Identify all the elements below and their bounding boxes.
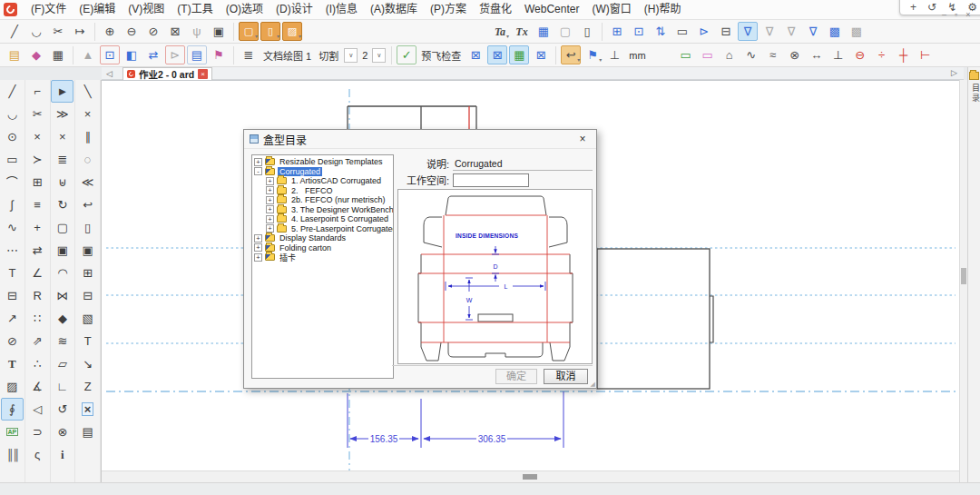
tree-laserpoint5-row[interactable]: + 4. Laserpoint 5 Corrugated (252, 214, 393, 224)
ap-label-tool-button[interactable]: AP (1, 421, 24, 443)
view-3d-button[interactable]: ◧ (122, 45, 142, 64)
menu-edit-menu-item[interactable]: (E)编辑 (73, 0, 122, 19)
rebuild-partial-button[interactable]: ▨ (282, 22, 302, 41)
erase-x-tool-button[interactable]: × (76, 103, 99, 125)
tree-display-standards-expander[interactable]: + (254, 234, 262, 243)
fill-outline-button[interactable]: ∇ (781, 22, 801, 41)
cone-3d-button[interactable]: ▲ (78, 45, 98, 64)
line-button[interactable]: ╱ (5, 22, 24, 41)
attach-tool-button[interactable]: ∮ (1, 398, 24, 421)
scale-up-combo[interactable]: ∨ (372, 48, 386, 63)
catalog-tree[interactable]: + Resizable Design Templates - Corrugate… (251, 154, 394, 379)
tree-resizable-row[interactable]: + Resizable Design Templates (252, 157, 393, 167)
menu-webcenter-menu-item[interactable]: WebCenter (518, 0, 585, 19)
info-tool-button[interactable]: i (51, 443, 74, 466)
cut-tool-button[interactable]: ✂ (26, 103, 49, 125)
menu-file-menu-item[interactable]: (F)文件 (24, 0, 73, 19)
view-3d-sync-button[interactable]: ⊠ (487, 45, 507, 64)
tree-pre-laserpoint-row[interactable]: + 5. Pre-Laserpoint Corrugated (252, 224, 393, 234)
crosshair-icon[interactable]: + (910, 1, 916, 14)
zoom-in-button[interactable]: ⊕ (100, 22, 120, 41)
tree-designer-workbench-expander[interactable]: + (266, 205, 274, 213)
dialog-resize-grip[interactable]: ◢ (591, 381, 595, 388)
tree-fefco-expander[interactable]: + (266, 186, 274, 194)
layout-flags-button[interactable]: ⚑ (209, 45, 229, 64)
counter-anvil-button[interactable]: ⊥ (604, 45, 624, 64)
die-pink-button[interactable]: ▭ (698, 45, 718, 64)
tree-fefco-metric-expander[interactable]: + (266, 196, 274, 204)
menu-tools-menu-item[interactable]: (T)工具 (171, 0, 219, 19)
dim-cross-button[interactable]: ┼ (894, 45, 914, 64)
layers-tool-button[interactable]: ≣ (51, 148, 74, 171)
delete-tool-button[interactable]: × (51, 125, 74, 148)
view-mode-button[interactable]: ▣ (209, 22, 229, 41)
tree-fefco-row[interactable]: + 2. FEFCO (252, 186, 393, 196)
menu-help-menu-item[interactable]: (H)帮助 (638, 0, 688, 19)
save-button[interactable]: ▦ (48, 45, 68, 64)
group-button[interactable]: ▩ (825, 22, 845, 41)
slope-tool-button[interactable]: ∡ (26, 375, 49, 398)
solid-tool-button[interactable]: ◆ (51, 307, 74, 330)
flag-tool-button[interactable]: ⚑ (583, 45, 603, 64)
panels-grid-tool-button[interactable]: ⊞ (76, 262, 99, 284)
bridge-curve-alt-button[interactable]: ≈ (763, 45, 783, 64)
tree-designer-workbench-row[interactable]: + 3. The Designer WorkBench (252, 205, 393, 215)
text-3d-tool-button[interactable]: T (76, 330, 99, 352)
tree-pre-laserpoint-expander[interactable]: + (266, 224, 274, 233)
vertical-scrollbar[interactable] (959, 80, 967, 482)
line-tool-button[interactable]: ╱ (1, 80, 24, 103)
arc-delete-tool-button[interactable]: ⊗ (51, 421, 74, 443)
tree-corrugated-expander[interactable]: - (254, 167, 262, 175)
arrowhead-tool-button[interactable]: ≻ (26, 148, 49, 171)
dialog-close-button[interactable]: × (574, 133, 591, 145)
counter-split-button[interactable]: ⊥ (828, 45, 848, 64)
stretch-tool-button[interactable]: ⇗ (26, 330, 49, 352)
zigzag-tool-button[interactable]: Z (76, 375, 99, 398)
circle-tool-button[interactable]: ⊙ (1, 125, 24, 148)
die-green-button[interactable]: ▭ (676, 45, 696, 64)
menu-plan-menu-item[interactable]: (P)方案 (424, 0, 473, 19)
panels-split-tool-button[interactable]: ⊟ (76, 284, 99, 307)
offset-tool-button[interactable]: ∫ (1, 193, 24, 216)
ray-tool-button[interactable]: ≪ (76, 171, 99, 193)
pan-button[interactable]: ψ (187, 22, 207, 41)
counter-delete-button[interactable]: ⊗ (785, 45, 805, 64)
fill-panel-button[interactable]: ∇ (738, 22, 758, 41)
menu-info-menu-item[interactable]: (I)信息 (319, 0, 364, 19)
rebuild-design-button[interactable]: ▢ (239, 22, 259, 41)
restore-window-button[interactable]: ▫ (955, 11, 957, 19)
fill-color-button[interactable]: ∇ (803, 22, 823, 41)
view-split-button[interactable]: ⊟ (716, 22, 736, 41)
paragraph-tool-button[interactable]: ⊟ (1, 284, 24, 307)
blue-line-tool-button[interactable]: ╲ (76, 80, 99, 103)
close-tab-button[interactable]: × (198, 69, 208, 79)
chain-tool-button[interactable]: ς (26, 443, 49, 466)
tree-artioscad-expander[interactable]: + (266, 177, 274, 185)
tree-insert-card-expander[interactable]: + (254, 253, 262, 262)
bridge-tool-button[interactable]: ∥ (76, 125, 99, 148)
database-info-button[interactable]: ▤ (187, 45, 207, 64)
move-tool-button[interactable]: ⇄ (26, 239, 49, 262)
preflight-button[interactable]: ✓ (397, 45, 416, 64)
flow-arrow-tool-button[interactable]: ↘ (76, 352, 99, 375)
tree-folding-carton-row[interactable]: + Folding carton (252, 243, 393, 253)
arc-edit-tool-button[interactable]: ◠ (51, 262, 74, 284)
tab-scroll-left-button[interactable]: ◁ (102, 69, 117, 78)
balloon-tool-button[interactable]: ⊘ (1, 330, 24, 352)
zoom-out-button[interactable]: ⊘ (143, 22, 163, 41)
counter-x-tool-button[interactable]: × (76, 398, 99, 421)
curve-tool-button[interactable]: ⌒ (1, 171, 24, 193)
refresh-icon[interactable]: ↺ (927, 1, 936, 14)
construction-tool-button[interactable]: ⋯ (1, 239, 24, 262)
bridge-curve-button[interactable]: ∿ (741, 45, 761, 64)
document-tab[interactable]: 作业2 - 0 ard × (122, 67, 212, 80)
copy-tool-button[interactable]: ⊎ (51, 171, 74, 193)
counter-width-button[interactable]: ↔ (807, 45, 827, 64)
tree-laserpoint5-expander[interactable]: + (266, 215, 274, 223)
blank-sheet-button[interactable]: ▯ (577, 22, 597, 41)
minimize-window-button[interactable]: – (942, 11, 946, 19)
output-update-button[interactable]: ⇅ (651, 22, 671, 41)
hook-curve-tool-button[interactable]: ↩ (76, 193, 99, 216)
zoom-extents-button[interactable]: ⊠ (165, 22, 185, 41)
db-grid-tool-button[interactable]: ▤ (76, 421, 99, 443)
